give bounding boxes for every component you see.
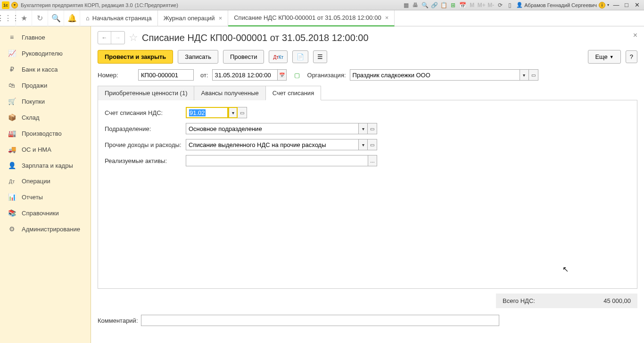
open-icon[interactable]: ▭ bbox=[368, 123, 377, 134]
sidebar-item-label: Зарплата и кадры bbox=[22, 162, 73, 169]
print-icon[interactable]: 🖶 bbox=[411, 1, 420, 9]
rotate-icon[interactable]: ⟳ bbox=[495, 1, 505, 9]
number-input[interactable] bbox=[138, 69, 194, 81]
close-document-button[interactable]: × bbox=[633, 31, 637, 40]
sidebar-item-admin[interactable]: ⚙Администрирование bbox=[0, 221, 91, 237]
calendar-picker-icon[interactable]: 📅 bbox=[277, 69, 287, 81]
tab-advances[interactable]: Авансы полученные bbox=[194, 86, 265, 100]
close-icon[interactable]: × bbox=[385, 14, 389, 21]
gear-icon: ⚙ bbox=[8, 225, 16, 233]
ruble-icon: ₽ bbox=[8, 65, 16, 73]
comment-label: Комментарий: bbox=[98, 317, 138, 324]
search-toolbar-icon[interactable]: 🔍 bbox=[48, 10, 64, 26]
favorite-star-icon[interactable]: ☆ bbox=[129, 32, 138, 44]
sidebar-item-purchases[interactable]: 🛒Покупки bbox=[0, 93, 91, 109]
sidebar-item-bank[interactable]: ₽Банк и касса bbox=[0, 61, 91, 77]
sidebar-item-assets[interactable]: 🚚ОС и НМА bbox=[0, 141, 91, 157]
grid-icon[interactable]: ▦ bbox=[401, 1, 411, 9]
dropdown-icon[interactable]: ▾ bbox=[358, 139, 368, 150]
tab-writeoff[interactable]: Счет списания bbox=[265, 86, 321, 100]
back-button[interactable]: ← bbox=[98, 32, 111, 44]
clipboard-icon[interactable]: 📋 bbox=[439, 1, 448, 9]
sidebar-item-label: ОС и НМА bbox=[22, 146, 51, 153]
cart-icon: 🛒 bbox=[8, 98, 16, 105]
close-button[interactable]: ✕ bbox=[632, 1, 642, 8]
sidebar-item-main[interactable]: ≡Главное bbox=[0, 29, 91, 45]
maximize-button[interactable]: □ bbox=[621, 1, 632, 8]
history-icon[interactable]: ↻ bbox=[32, 10, 48, 26]
total-box: Всего НДС: 45 000,00 bbox=[496, 294, 637, 308]
other-input[interactable] bbox=[186, 139, 358, 150]
sidebar-item-reports[interactable]: 📊Отчеты bbox=[0, 189, 91, 205]
tab-content: Счет списания НДС: 91.02 ▾ ▭ Подразделен… bbox=[98, 100, 637, 289]
forward-button[interactable]: → bbox=[111, 32, 124, 44]
tab-document[interactable]: Списание НДС КП00-000001 от 31.05.2018 1… bbox=[228, 10, 395, 26]
top-toolbar: ⋮⋮⋮ ★ ↻ 🔍 🔔 ⌂ Начальная страница Журнал … bbox=[0, 10, 644, 26]
sidebar-item-label: Справочники bbox=[22, 210, 59, 217]
sidebar-item-warehouse[interactable]: 📦Склад bbox=[0, 109, 91, 125]
post-and-close-button[interactable]: Провести и закрыть bbox=[98, 50, 173, 64]
list-button[interactable]: ☰ bbox=[313, 50, 327, 63]
chevron-down-icon: ▼ bbox=[610, 55, 614, 59]
calc-icon[interactable]: ⊞ bbox=[448, 1, 458, 9]
sidebar-item-sales[interactable]: 🛍Продажи bbox=[0, 77, 91, 93]
sidebar-item-production[interactable]: 🏭Производство bbox=[0, 125, 91, 141]
sidebar-item-label: Операции bbox=[22, 178, 50, 185]
sidebar-item-catalogs[interactable]: 📚Справочники bbox=[0, 205, 91, 221]
link-icon[interactable]: 🔗 bbox=[429, 1, 439, 9]
calendar-icon[interactable]: 📅 bbox=[458, 1, 467, 9]
total-value: 45 000,00 bbox=[603, 297, 631, 304]
sidebar-item-label: Руководителю bbox=[22, 50, 63, 57]
document-title: Списание НДС КП00-000001 от 31.05.2018 1… bbox=[142, 33, 369, 43]
tab-journal[interactable]: Журнал операций × bbox=[158, 10, 229, 26]
dept-input[interactable] bbox=[186, 123, 358, 134]
close-icon[interactable]: × bbox=[219, 15, 223, 22]
minimize-button[interactable]: — bbox=[611, 1, 621, 8]
sidebar-item-label: Склад bbox=[22, 114, 40, 121]
tab-home[interactable]: ⌂ Начальная страница bbox=[80, 10, 158, 26]
books-icon: 📚 bbox=[8, 209, 16, 217]
save-button[interactable]: Записать bbox=[178, 50, 218, 64]
m-minus-button[interactable]: M- bbox=[486, 1, 495, 9]
m-plus-button[interactable]: M+ bbox=[477, 1, 486, 9]
tab-acquired[interactable]: Приобретенные ценности (1) bbox=[98, 86, 194, 100]
sidebar-item-manager[interactable]: 📈Руководителю bbox=[0, 45, 91, 61]
sidebar-item-salary[interactable]: 👤Зарплата и кадры bbox=[0, 157, 91, 173]
assets-input[interactable] bbox=[186, 155, 368, 166]
apps-icon[interactable]: ⋮⋮⋮ bbox=[0, 10, 16, 26]
bell-icon[interactable]: 🔔 bbox=[64, 10, 80, 26]
post-button[interactable]: Провести bbox=[223, 50, 264, 64]
chart-icon: 📈 bbox=[8, 49, 16, 57]
favorite-icon[interactable]: ★ bbox=[16, 10, 32, 26]
sidebar-item-label: Производство bbox=[22, 130, 62, 137]
app-title: Бухгалтерия предприятия КОРП, редакция 3… bbox=[21, 2, 133, 8]
account-combo: 91.02 ▾ ▭ bbox=[186, 107, 247, 118]
attach-button[interactable]: 📄 bbox=[292, 50, 308, 63]
help-button[interactable]: ? bbox=[626, 50, 637, 63]
open-icon[interactable]: ▭ bbox=[529, 69, 538, 81]
info-icon[interactable]: i bbox=[599, 2, 605, 8]
account-input[interactable]: 91.02 bbox=[186, 107, 228, 118]
dropdown-icon[interactable]: ▾ bbox=[520, 69, 529, 81]
ellipsis-icon[interactable]: … bbox=[368, 155, 377, 166]
comment-input[interactable] bbox=[141, 315, 499, 326]
dropdown-icon[interactable]: ▾ bbox=[228, 107, 238, 118]
book-icon[interactable]: ▯ bbox=[505, 1, 514, 9]
date-input[interactable] bbox=[212, 69, 277, 81]
more-button[interactable]: Еще▼ bbox=[588, 50, 620, 64]
assets-combo: … bbox=[186, 155, 377, 166]
header-fields: Номер: от: 📅 ▢ Организация: ▾ ▭ bbox=[98, 69, 637, 81]
app-menu-dropdown[interactable]: ▾ bbox=[11, 2, 18, 8]
user-block[interactable]: 👤 Абрамов Геннадий Сергеевич bbox=[514, 2, 599, 8]
open-icon[interactable]: ▭ bbox=[238, 107, 247, 118]
action-toolbar: Провести и закрыть Записать Провести ДтК… bbox=[98, 50, 637, 64]
dropdown-icon[interactable]: ▾ bbox=[358, 123, 368, 134]
org-combo: ▾ ▭ bbox=[350, 69, 538, 81]
open-icon[interactable]: ▭ bbox=[368, 139, 377, 150]
m-button[interactable]: M bbox=[467, 1, 477, 9]
org-input[interactable] bbox=[350, 69, 520, 81]
sidebar-item-operations[interactable]: ДтОперации bbox=[0, 173, 91, 189]
account-value: 91.02 bbox=[189, 109, 206, 116]
search-icon[interactable]: 🔍 bbox=[420, 1, 429, 9]
dtkt-button[interactable]: ДтКт bbox=[269, 50, 288, 63]
